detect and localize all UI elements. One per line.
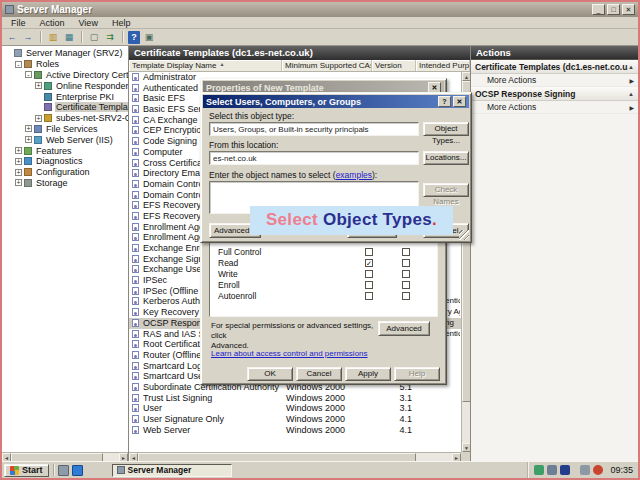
scroll-right-icon[interactable]: [119, 453, 128, 461]
location-field[interactable]: [209, 151, 419, 165]
object-type-field[interactable]: [209, 122, 419, 136]
advanced-button[interactable]: Advanced: [378, 321, 430, 336]
action-item-more-actions[interactable]: More Actions▶: [471, 101, 638, 114]
tree-item-roles[interactable]: -Roles: [2, 59, 128, 70]
start-button[interactable]: Start: [4, 464, 49, 477]
tree-horizontal-scrollbar[interactable]: [2, 452, 128, 461]
tree-item-enterprise-pki[interactable]: Enterprise PKI: [2, 91, 128, 102]
deny-checkbox[interactable]: [402, 270, 410, 278]
scroll-left-icon[interactable]: [129, 453, 138, 461]
scrollbar-thumb[interactable]: [11, 453, 103, 461]
menu-help[interactable]: Help: [105, 18, 138, 28]
alert-icon[interactable]: [593, 465, 603, 475]
expand-icon[interactable]: +: [35, 82, 42, 89]
template-row-trust-list-signing[interactable]: Trust List SigningWindows 20003.1: [129, 393, 461, 404]
tree-item-features[interactable]: +Features: [2, 145, 128, 156]
titlebar-close-button[interactable]: ✕: [622, 4, 635, 15]
collapse-icon[interactable]: -: [25, 71, 32, 78]
tree-item-certificate-templates[interactable]: Certificate Templates (: [2, 102, 128, 113]
check-names-button[interactable]: Check Names: [423, 183, 469, 197]
template-row-user-signature-only[interactable]: User Signature OnlyWindows 20004.1: [129, 414, 461, 425]
show-console-tree-icon[interactable]: ▥: [46, 31, 60, 44]
collapse-icon[interactable]: ▲: [628, 91, 634, 97]
locations-button[interactable]: Locations...: [423, 151, 469, 165]
expand-icon[interactable]: +: [15, 169, 22, 176]
collapse-icon[interactable]: ▲: [628, 64, 634, 70]
expand-icon[interactable]: +: [15, 179, 22, 186]
tree-item-file-services[interactable]: +File Services: [2, 124, 128, 135]
permission-row-autoenroll: Autoenroll: [210, 291, 437, 302]
apply-button[interactable]: Apply: [345, 367, 391, 381]
ok-button[interactable]: OK: [247, 367, 293, 381]
column-header-intended-purpose[interactable]: Intended Purpose: [416, 60, 470, 71]
menu-file[interactable]: File: [4, 18, 33, 28]
help-icon[interactable]: ?: [128, 31, 140, 44]
update-icon[interactable]: [534, 465, 544, 475]
export-list-icon[interactable]: ⇉: [103, 31, 117, 44]
tree-item-diagnostics[interactable]: +Diagnostics: [2, 156, 128, 167]
help-icon[interactable]: ?: [438, 96, 451, 107]
properties-icon[interactable]: ▢: [87, 31, 101, 44]
taskbar-task-server-manager[interactable]: Server Manager: [112, 464, 232, 477]
actions-section-certificate-templates-dc1-es-net-co-u[interactable]: Certificate Templates (dc1.es-net.co.u..…: [471, 60, 638, 74]
column-header-minimum-supported-cas[interactable]: Minimum Supported CAs: [282, 60, 372, 71]
expand-icon[interactable]: +: [25, 136, 32, 143]
scroll-down-icon[interactable]: [462, 443, 470, 452]
new-window-icon[interactable]: ▣: [142, 31, 156, 44]
tree-item-configuration[interactable]: +Configuration: [2, 167, 128, 178]
desktop-icon[interactable]: [72, 465, 83, 476]
cancel-button[interactable]: Cancel: [296, 367, 342, 381]
template-row-user[interactable]: UserWindows 20003.1: [129, 403, 461, 414]
close-icon[interactable]: ✕: [453, 96, 466, 107]
collapse-icon[interactable]: -: [15, 61, 22, 68]
help-button[interactable]: Help: [394, 367, 440, 381]
template-row-web-server[interactable]: Web ServerWindows 20004.1: [129, 425, 461, 436]
scrollbar-thumb[interactable]: [138, 453, 416, 461]
menu-view[interactable]: View: [72, 18, 105, 28]
allow-checkbox[interactable]: [365, 292, 373, 300]
back-icon[interactable]: ←: [5, 31, 19, 44]
scroll-right-icon[interactable]: [452, 453, 461, 461]
app-icon[interactable]: [560, 465, 570, 475]
expand-icon[interactable]: +: [35, 115, 42, 122]
resize-grip[interactable]: [459, 230, 469, 240]
tree-item-active-directory-certificate[interactable]: -Active Directory Certificate: [2, 70, 128, 81]
examples-link[interactable]: examples: [336, 170, 372, 180]
column-header-version[interactable]: Version: [372, 60, 416, 71]
learn-link-text[interactable]: Learn about access control and permissio…: [211, 349, 368, 358]
action-item-more-actions[interactable]: More Actions▶: [471, 74, 638, 87]
forward-icon[interactable]: →: [21, 31, 35, 44]
titlebar-maximize-button[interactable]: □: [607, 4, 620, 15]
tree-item-subes-net-srv2-ca[interactable]: +subes-net-SRV2-CA: [2, 113, 128, 124]
list-horizontal-scrollbar[interactable]: [129, 452, 461, 461]
deny-checkbox[interactable]: [402, 259, 410, 267]
allow-checkbox[interactable]: [365, 259, 373, 267]
tree-item-online-responder[interactable]: +Online Responder:: [2, 80, 128, 91]
scroll-left-icon[interactable]: [2, 453, 11, 461]
allow-checkbox[interactable]: [365, 248, 373, 256]
allow-checkbox[interactable]: [365, 270, 373, 278]
tree-item-server-manager-srv2[interactable]: Server Manager (SRV2): [2, 48, 128, 59]
expand-icon[interactable]: +: [15, 147, 22, 154]
deny-checkbox[interactable]: [402, 281, 410, 289]
deny-checkbox[interactable]: [402, 248, 410, 256]
scroll-up-icon[interactable]: [462, 72, 470, 81]
tree-item-web-server-iis[interactable]: +Web Server (IIS): [2, 134, 128, 145]
expand-icon[interactable]: +: [15, 158, 22, 165]
template-min-ca: Windows 2000: [286, 403, 345, 413]
expand-icon[interactable]: +: [25, 125, 32, 132]
console-properties-icon[interactable]: ▦: [62, 31, 76, 44]
deny-checkbox[interactable]: [402, 292, 410, 300]
learn-link[interactable]: Learn about access control and permissio…: [211, 349, 368, 358]
actions-section-ocsp-response-signing[interactable]: OCSP Response Signing▲: [471, 87, 638, 101]
menu-action[interactable]: Action: [33, 18, 72, 28]
network-icon[interactable]: [580, 465, 590, 475]
tree-item-storage[interactable]: +Storage: [2, 178, 128, 189]
computer-icon[interactable]: [547, 465, 557, 475]
titlebar-minimize-button[interactable]: _: [592, 4, 605, 15]
allow-checkbox[interactable]: [365, 281, 373, 289]
column-header-template-display-name[interactable]: Template Display Name▲: [129, 60, 282, 71]
server-manager-icon[interactable]: [58, 465, 69, 476]
object-types-button[interactable]: Object Types...: [423, 122, 469, 136]
select-dialog-titlebar[interactable]: Select Users, Computers, or Groups ? ✕: [203, 95, 469, 108]
